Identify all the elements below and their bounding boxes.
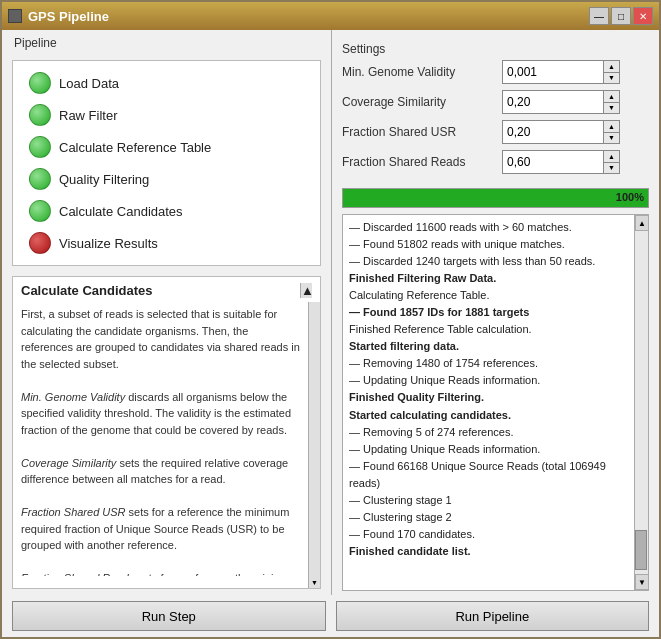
settings-row-fraction-shared-usr: Fraction Shared USR▲▼ [342, 120, 649, 144]
spin-up-coverage-similarity[interactable]: ▲ [604, 91, 619, 103]
settings-input-wrap-min-genome-validity: ▲▼ [502, 60, 620, 84]
calc-candidates-body: First, a subset of reads is selected tha… [13, 302, 320, 576]
pipeline-item-label-raw-filter: Raw Filter [59, 108, 118, 123]
status-dot-raw-filter [29, 104, 51, 126]
status-dot-calc-ref-table [29, 136, 51, 158]
spin-up-fraction-shared-usr[interactable]: ▲ [604, 121, 619, 133]
window-title: GPS Pipeline [28, 9, 109, 24]
pipeline-section: Load DataRaw FilterCalculate Reference T… [12, 60, 321, 266]
pipeline-item-label-visualize-results: Visualize Results [59, 236, 158, 251]
pipeline-label: Pipeline [2, 30, 331, 54]
pipeline-item-label-quality-filtering: Quality Filtering [59, 172, 149, 187]
spin-up-fraction-shared-reads[interactable]: ▲ [604, 151, 619, 163]
log-text: — Discarded 11600 reads with > 60 matche… [343, 215, 634, 590]
settings-label-coverage-similarity: Coverage Similarity [342, 95, 502, 109]
pipeline-item-label-calc-ref-table: Calculate Reference Table [59, 140, 211, 155]
spin-down-coverage-similarity[interactable]: ▼ [604, 103, 619, 114]
right-panel: Settings Min. Genome Validity▲▼Coverage … [332, 30, 659, 595]
close-button[interactable]: ✕ [633, 7, 653, 25]
spin-up-min-genome-validity[interactable]: ▲ [604, 61, 619, 73]
spin-btns-fraction-shared-usr: ▲▼ [603, 121, 619, 143]
pipeline-item-visualize-results[interactable]: Visualize Results [25, 227, 308, 259]
main-content: Pipeline Load DataRaw FilterCalculate Re… [2, 30, 659, 595]
calc-candidates-text: First, a subset of reads is selected tha… [13, 302, 308, 576]
left-panel: Pipeline Load DataRaw FilterCalculate Re… [2, 30, 332, 595]
settings-label-fraction-shared-usr: Fraction Shared USR [342, 125, 502, 139]
spin-down-fraction-shared-reads[interactable]: ▼ [604, 163, 619, 174]
calc-candidates-panel: Calculate Candidates ▲ First, a subset o… [12, 276, 321, 589]
settings-label: Settings [342, 36, 649, 60]
pipeline-item-calc-candidates[interactable]: Calculate Candidates [25, 195, 308, 227]
settings-input-min-genome-validity[interactable] [503, 61, 603, 83]
status-dot-calc-candidates [29, 200, 51, 222]
progress-bar: 100% [342, 188, 649, 208]
pipeline-item-quality-filtering[interactable]: Quality Filtering [25, 163, 308, 195]
settings-label-fraction-shared-reads: Fraction Shared Reads [342, 155, 502, 169]
app-icon [8, 9, 22, 23]
settings-input-wrap-fraction-shared-usr: ▲▼ [502, 120, 620, 144]
calc-candidates-title: Calculate Candidates ▲ [13, 277, 320, 302]
log-scroll-up[interactable]: ▲ [635, 215, 649, 231]
settings-row-coverage-similarity: Coverage Similarity▲▼ [342, 90, 649, 114]
status-dot-quality-filtering [29, 168, 51, 190]
title-bar-controls: — □ ✕ [589, 7, 653, 25]
log-scrollbar[interactable]: ▲ ▼ [634, 215, 648, 590]
settings-section: Settings Min. Genome Validity▲▼Coverage … [332, 30, 659, 184]
main-window: GPS Pipeline — □ ✕ Pipeline Load DataRaw… [0, 0, 661, 639]
title-bar: GPS Pipeline — □ ✕ [2, 2, 659, 30]
settings-row-fraction-shared-reads: Fraction Shared Reads▲▼ [342, 150, 649, 174]
progress-label: 100% [616, 191, 644, 203]
status-dot-load-data [29, 72, 51, 94]
log-area: — Discarded 11600 reads with > 60 matche… [342, 214, 649, 591]
run-step-button[interactable]: Run Step [12, 601, 326, 631]
scroll-arrow-up[interactable]: ▲ [300, 283, 312, 298]
scroll-arrow-down[interactable]: ▼ [308, 576, 320, 588]
log-scroll-down[interactable]: ▼ [635, 574, 649, 590]
pipeline-item-label-calc-candidates: Calculate Candidates [59, 204, 183, 219]
settings-input-wrap-fraction-shared-reads: ▲▼ [502, 150, 620, 174]
progress-bar-fill [343, 189, 648, 207]
settings-label-min-genome-validity: Min. Genome Validity [342, 65, 502, 79]
settings-input-wrap-coverage-similarity: ▲▼ [502, 90, 620, 114]
minimize-button[interactable]: — [589, 7, 609, 25]
pipeline-item-load-data[interactable]: Load Data [25, 67, 308, 99]
settings-input-coverage-similarity[interactable] [503, 91, 603, 113]
footer-buttons: Run Step Run Pipeline [2, 595, 659, 637]
settings-input-fraction-shared-reads[interactable] [503, 151, 603, 173]
title-bar-left: GPS Pipeline [8, 9, 109, 24]
status-dot-visualize-results [29, 232, 51, 254]
pipeline-item-label-load-data: Load Data [59, 76, 119, 91]
spin-down-min-genome-validity[interactable]: ▼ [604, 73, 619, 84]
spin-btns-coverage-similarity: ▲▼ [603, 91, 619, 113]
spin-btns-min-genome-validity: ▲▼ [603, 61, 619, 83]
progress-section: 100% [332, 184, 659, 212]
settings-input-fraction-shared-usr[interactable] [503, 121, 603, 143]
spin-down-fraction-shared-usr[interactable]: ▼ [604, 133, 619, 144]
spin-btns-fraction-shared-reads: ▲▼ [603, 151, 619, 173]
log-scroll-thumb[interactable] [635, 530, 647, 570]
pipeline-item-calc-ref-table[interactable]: Calculate Reference Table [25, 131, 308, 163]
run-pipeline-button[interactable]: Run Pipeline [336, 601, 650, 631]
settings-row-min-genome-validity: Min. Genome Validity▲▼ [342, 60, 649, 84]
maximize-button[interactable]: □ [611, 7, 631, 25]
pipeline-item-raw-filter[interactable]: Raw Filter [25, 99, 308, 131]
description-scrollbar[interactable] [308, 302, 320, 576]
